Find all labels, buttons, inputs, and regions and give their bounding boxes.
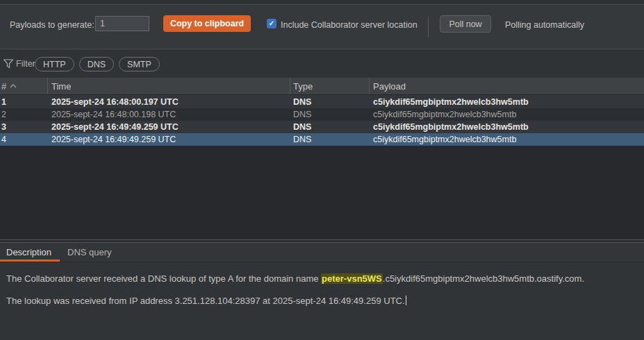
description-line-1: The Collaborator server received a DNS l…	[6, 273, 584, 284]
payloads-to-generate-label: Payloads to generate:	[10, 20, 94, 30]
payloads-count-input[interactable]	[95, 16, 149, 31]
toolbar: Payloads to generate: Copy to clipboard …	[0, 6, 644, 49]
description-line1-prefix: The Collaborator server received a DNS l…	[6, 273, 321, 284]
column-header-payload[interactable]: Payload	[369, 78, 644, 94]
toolbar-divider	[428, 17, 429, 37]
collaborator-client-panel: Payloads to generate: Copy to clipboard …	[0, 0, 644, 340]
filter-bar: Filter HTTP DNS SMTP	[0, 50, 644, 78]
table-row[interactable]: 1 2025-sept-24 16:48:00.197 UTC DNS c5iy…	[0, 96, 644, 108]
text-caret	[406, 296, 406, 305]
column-header-time[interactable]: Time	[47, 78, 290, 94]
filter-pills: HTTP DNS SMTP	[35, 57, 160, 71]
table-row-selected[interactable]: 4 2025-sept-24 16:49:49.259 UTC DNS c5iy…	[0, 133, 644, 146]
column-header-type[interactable]: Type	[290, 78, 369, 94]
filter-pill-dns[interactable]: DNS	[79, 57, 114, 71]
poll-now-button[interactable]: Poll now	[440, 15, 491, 33]
top-strip	[0, 0, 644, 5]
description-line-2: The lookup was received from IP address …	[6, 296, 406, 306]
payload-highlight: peter-vsn5WS	[321, 273, 383, 284]
filter-pill-http[interactable]: HTTP	[35, 57, 74, 71]
tab-description[interactable]: Description	[6, 247, 51, 257]
description-panel: The Collaborator server received a DNS l…	[0, 262, 644, 340]
include-location-label: Include Collaborator server location	[281, 20, 418, 30]
tab-dns-query[interactable]: DNS query	[67, 247, 112, 257]
checkmark-icon: ✓	[269, 20, 274, 27]
filter-funnel-icon	[3, 59, 13, 69]
description-line1-suffix: .c5iykdif65mgbiptmx2hwelcb3hw5mtb.oastif…	[383, 273, 584, 284]
polling-status-label: Polling automatically	[505, 20, 584, 30]
table-header: # Time Type Payload	[0, 78, 644, 95]
sort-ascending-icon	[10, 84, 17, 88]
filter-label: Filter	[16, 59, 35, 69]
copy-to-clipboard-button[interactable]: Copy to clipboard	[163, 15, 251, 32]
table-row[interactable]: 3 2025-sept-24 16:49:49.259 UTC DNS c5iy…	[0, 121, 644, 133]
column-header-number[interactable]: #	[0, 78, 47, 94]
include-location-checkbox[interactable]: ✓	[267, 19, 276, 28]
interactions-table: 1 2025-sept-24 16:48:00.197 UTC DNS c5iy…	[0, 96, 644, 239]
filter-pill-smtp[interactable]: SMTP	[119, 57, 160, 71]
active-tab-indicator	[0, 260, 60, 262]
detail-tabs: Description DNS query	[0, 243, 644, 262]
table-row[interactable]: 2 2025-sept-24 16:48:00.198 UTC DNS c5iy…	[0, 108, 644, 121]
